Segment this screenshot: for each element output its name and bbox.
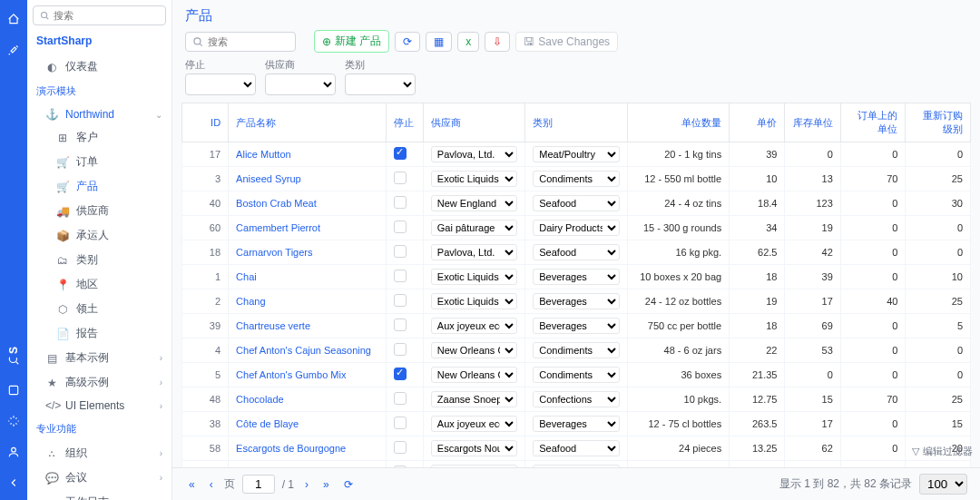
- table-row[interactable]: 52Filo MixG'day, MateGrains/Cereals16 - …: [182, 461, 971, 468]
- sidebar-item-地区[interactable]: 📍地区: [27, 272, 172, 297]
- cell-supplier[interactable]: Zaanse Snoepfabr: [423, 387, 524, 412]
- checkbox-icon[interactable]: [394, 270, 407, 282]
- checkbox-icon[interactable]: [394, 172, 407, 184]
- cell-category[interactable]: Seafood: [525, 191, 627, 216]
- cell-stop[interactable]: [386, 338, 423, 363]
- supplier-select[interactable]: Exotic Liquids: [431, 293, 517, 309]
- cell-category[interactable]: Seafood: [525, 240, 627, 265]
- sidebar-item-worklog[interactable]: ≡工作日志›: [27, 490, 172, 500]
- pager-next-button[interactable]: ›: [301, 476, 312, 493]
- table-row[interactable]: 40Boston Crab MeatNew England SeafSeafoo…: [182, 191, 971, 216]
- excel-button[interactable]: x: [457, 32, 479, 52]
- checkbox-icon[interactable]: [394, 294, 407, 307]
- col-id[interactable]: ID: [182, 103, 229, 142]
- cell-name[interactable]: Escargots de Bourgogne: [229, 436, 387, 461]
- supplier-select[interactable]: Exotic Liquids: [431, 269, 517, 285]
- toolbar-search[interactable]: [185, 32, 296, 52]
- cell-name[interactable]: Chai: [229, 265, 387, 289]
- refresh-button[interactable]: ⟳: [395, 32, 420, 52]
- rail-user-icon[interactable]: [0, 438, 27, 466]
- cell-stop[interactable]: [386, 387, 423, 412]
- table-row[interactable]: 58Escargots de BourgogneEscargots Nouvea…: [182, 436, 971, 461]
- pager-first-button[interactable]: «: [185, 476, 199, 493]
- col-stock[interactable]: 库存单位: [785, 103, 840, 142]
- rail-collapse-icon[interactable]: [0, 469, 27, 496]
- cell-name[interactable]: Alice Mutton: [229, 142, 387, 167]
- category-select[interactable]: Beverages: [533, 416, 619, 432]
- supplier-select[interactable]: Pavlova, Ltd.: [431, 146, 517, 162]
- table-row[interactable]: 48ChocoladeZaanse SnoepfabrConfections10…: [182, 387, 971, 412]
- pager-last-button[interactable]: »: [319, 476, 333, 493]
- sidebar-item-客户[interactable]: ⊞客户: [27, 125, 172, 150]
- supplier-select[interactable]: Escargots Nouvea: [431, 440, 517, 456]
- col-price[interactable]: 单价: [730, 103, 785, 142]
- col-name[interactable]: 产品名称: [229, 103, 387, 142]
- sidebar-item-ui[interactable]: </>UI Elements›: [27, 395, 172, 417]
- pager-page-input[interactable]: [242, 475, 275, 494]
- cell-supplier[interactable]: Exotic Liquids: [423, 167, 524, 191]
- cell-stop[interactable]: [386, 142, 423, 167]
- category-select[interactable]: Condiments: [533, 171, 619, 187]
- cell-stop[interactable]: [386, 191, 423, 216]
- cell-category[interactable]: Beverages: [525, 265, 627, 289]
- cell-name[interactable]: Camembert Pierrot: [229, 216, 387, 240]
- col-qty[interactable]: 单位数量: [627, 103, 729, 142]
- checkbox-icon[interactable]: [394, 441, 407, 454]
- supplier-select[interactable]: Aux joyeux ecclés: [431, 416, 517, 432]
- tools-icon[interactable]: [0, 36, 27, 64]
- cell-name[interactable]: Filo Mix: [229, 461, 387, 468]
- cell-category[interactable]: Grains/Cereals: [525, 461, 627, 468]
- pager-page-size[interactable]: 100: [919, 474, 967, 495]
- checkbox-icon[interactable]: [394, 368, 407, 380]
- pdf-button[interactable]: ⇩: [485, 32, 510, 52]
- cell-category[interactable]: Condiments: [525, 167, 627, 191]
- cell-name[interactable]: Chef Anton's Cajun Seasoning: [229, 338, 387, 363]
- cell-category[interactable]: Condiments: [525, 363, 627, 387]
- sidebar-item-领土[interactable]: ⬡领土: [27, 297, 172, 321]
- cell-stop[interactable]: [386, 461, 423, 468]
- category-select[interactable]: Beverages: [533, 269, 619, 285]
- category-select[interactable]: Confections: [533, 391, 619, 407]
- cell-category[interactable]: Beverages: [525, 289, 627, 314]
- cell-name[interactable]: Carnarvon Tigers: [229, 240, 387, 265]
- cell-supplier[interactable]: Exotic Liquids: [423, 289, 524, 314]
- cell-category[interactable]: Confections: [525, 387, 627, 412]
- cell-name[interactable]: Chocolade: [229, 387, 387, 412]
- supplier-select[interactable]: New England Seaf: [431, 195, 517, 211]
- new-button[interactable]: ⊕新建 产品: [314, 30, 389, 53]
- cell-name[interactable]: Côte de Blaye: [229, 412, 387, 436]
- checkbox-icon[interactable]: [394, 221, 407, 233]
- cell-category[interactable]: Seafood: [525, 436, 627, 461]
- category-select[interactable]: Beverages: [533, 318, 619, 334]
- supplier-select[interactable]: Aux joyeux ecclés: [431, 318, 517, 334]
- sidebar-search-input[interactable]: [54, 10, 160, 21]
- supplier-select[interactable]: New Orleans Caju: [431, 342, 517, 358]
- cell-supplier[interactable]: Gai pâturage: [423, 216, 524, 240]
- category-select[interactable]: Dairy Products: [533, 220, 619, 236]
- category-select[interactable]: Seafood: [533, 244, 619, 260]
- cell-name[interactable]: Chef Anton's Gumbo Mix: [229, 363, 387, 387]
- supplier-select[interactable]: Pavlova, Ltd.: [431, 244, 517, 260]
- sidebar-search[interactable]: [33, 5, 166, 25]
- cell-category[interactable]: Dairy Products: [525, 216, 627, 240]
- sidebar-item-供应商[interactable]: 🚚供应商: [27, 199, 172, 223]
- sidebar-item-meeting[interactable]: 💬会议›: [27, 466, 172, 490]
- sidebar-item-订单[interactable]: 🛒订单: [27, 150, 172, 174]
- sidebar-item-northwind[interactable]: ⚓Northwind⌄: [27, 103, 172, 125]
- cell-supplier[interactable]: Pavlova, Ltd.: [423, 142, 524, 167]
- col-stop[interactable]: 停止: [386, 103, 423, 142]
- cell-stop[interactable]: [386, 289, 423, 314]
- col-supplier[interactable]: 供应商: [423, 103, 524, 142]
- grid-search-input[interactable]: [208, 36, 289, 47]
- cell-category[interactable]: Beverages: [525, 412, 627, 436]
- supplier-select[interactable]: Exotic Liquids: [431, 171, 517, 187]
- sidebar-item-dashboard[interactable]: ◐仪表盘: [27, 54, 172, 79]
- table-row[interactable]: 38Côte de BlayeAux joyeux ecclésBeverage…: [182, 412, 971, 436]
- checkbox-icon[interactable]: [394, 245, 407, 258]
- filter-stop-select[interactable]: [185, 74, 256, 95]
- checkbox-icon[interactable]: [394, 196, 407, 209]
- cell-supplier[interactable]: Escargots Nouvea: [423, 436, 524, 461]
- category-select[interactable]: Meat/Poultry: [533, 146, 619, 162]
- cell-supplier[interactable]: Aux joyeux ecclés: [423, 314, 524, 338]
- col-category[interactable]: 类别: [525, 103, 627, 142]
